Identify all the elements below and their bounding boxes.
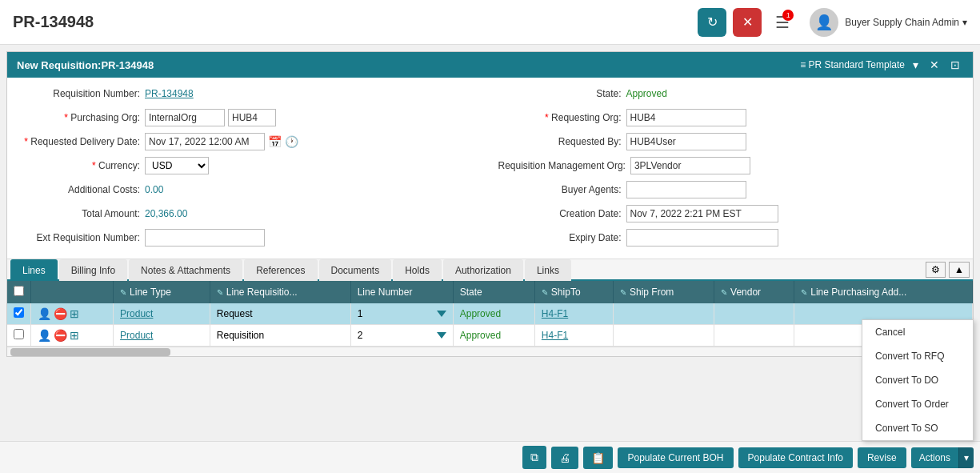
tab-links[interactable]: Links xyxy=(525,259,571,281)
currency-select[interactable]: USD xyxy=(145,157,209,174)
split-icon-0[interactable]: ⊞ xyxy=(70,307,79,320)
edit-icon-ship_from[interactable]: ✎ xyxy=(620,288,626,297)
edit-icon-vendor[interactable]: ✎ xyxy=(721,288,727,297)
buyer-agents-input[interactable] xyxy=(626,181,746,198)
col-header-line_req: ✎Line Requisitio... xyxy=(210,281,350,303)
purchasing-org-label: Purchasing Org: xyxy=(17,112,145,123)
ship-to-link-1[interactable]: H4-F1 xyxy=(542,330,568,341)
panel-expand-button[interactable]: ⊡ xyxy=(947,57,963,73)
row-icons-1: 👤 ⛔ ⊞ xyxy=(31,325,114,347)
col-label-state: State xyxy=(460,287,482,298)
person-icon-0[interactable]: 👤 xyxy=(38,307,51,320)
tabs-bar: LinesBilling InfoNotes & AttachmentsRefe… xyxy=(7,259,973,281)
person-icon-1[interactable]: 👤 xyxy=(38,329,51,342)
ship-to-link-0[interactable]: H4-F1 xyxy=(542,308,568,319)
print-button[interactable]: 🖨 xyxy=(551,447,578,469)
error-icon-0[interactable]: ⛔ xyxy=(54,307,67,320)
line-type-link-0[interactable]: Product xyxy=(120,308,153,319)
checkbox-0[interactable] xyxy=(14,307,24,318)
dropdown-item-convert-so[interactable]: Convert To SO xyxy=(862,416,973,440)
creation-date-input[interactable] xyxy=(626,205,778,222)
col-header-state: State xyxy=(453,281,534,303)
row-checkbox-1 xyxy=(7,325,31,347)
total-amount-value[interactable]: 20,366.00 xyxy=(145,208,187,219)
h-scrollbar-thumb[interactable] xyxy=(10,348,170,356)
col-label-line_type: Line Type xyxy=(130,287,171,298)
line-type-link-1[interactable]: Product xyxy=(120,330,153,341)
tab-documents[interactable]: Documents xyxy=(319,259,392,281)
purchasing-org-extra-input[interactable] xyxy=(228,109,276,126)
error-icon-1[interactable]: ⛔ xyxy=(54,329,67,342)
state-1: Approved xyxy=(453,325,534,347)
line-req-0: Request xyxy=(210,303,350,325)
purchasing-org-input[interactable] xyxy=(145,109,225,126)
delivery-date-row: Requested Delivery Date: 📅 🕐 xyxy=(17,132,482,151)
buyer-agents-row: Buyer Agents: xyxy=(498,180,964,199)
dropdown-item-convert-rfq[interactable]: Convert To RFQ xyxy=(862,344,973,368)
col-header-vendor: ✎Vendor xyxy=(714,281,794,303)
close-button[interactable]: ✕ xyxy=(733,8,762,37)
ext-req-input[interactable] xyxy=(145,229,265,247)
col-label-ship_from: Ship From xyxy=(630,287,674,298)
copy-button[interactable]: ⧉ xyxy=(522,446,546,469)
tab-settings-button[interactable]: ⚙ xyxy=(926,262,946,278)
tab-billing-info[interactable]: Billing Info xyxy=(59,259,127,281)
export-button[interactable]: 📋 xyxy=(583,447,613,469)
req-mgmt-org-row: Requisition Management Org: xyxy=(498,156,964,175)
buyer-agents-label: Buyer Agents: xyxy=(498,184,626,195)
revise-button[interactable]: Revise xyxy=(858,447,906,468)
refresh-button[interactable]: ↻ xyxy=(698,8,726,37)
state-badge-0: Approved xyxy=(460,308,501,319)
tab-references[interactable]: References xyxy=(244,259,317,281)
actions-dropdown-button[interactable]: ▾ xyxy=(958,447,974,468)
state-label: State: xyxy=(498,88,626,99)
template-dropdown-button[interactable]: ▾ xyxy=(910,57,922,73)
table-row[interactable]: 👤 ⛔ ⊞ ProductRequisition2ApprovedH4-F1 xyxy=(7,325,973,347)
requisition-number-row: Requisition Number: PR-134948 xyxy=(17,84,482,103)
select-all-checkbox[interactable] xyxy=(14,286,24,296)
dropdown-item-convert-order[interactable]: Convert To Order xyxy=(862,392,973,416)
tab-collapse-button[interactable]: ▲ xyxy=(949,262,970,278)
clock-icon[interactable]: 🕐 xyxy=(285,135,298,148)
requested-by-label: Requested By: xyxy=(498,136,626,147)
edit-icon-line_type[interactable]: ✎ xyxy=(120,288,126,297)
main-panel: New Requisition:PR-134948 ≡ PR Standard … xyxy=(6,51,974,357)
actions-main-button[interactable]: Actions xyxy=(911,447,958,468)
purchasing-org-inputs xyxy=(145,109,276,126)
requisition-number-value[interactable]: PR-134948 xyxy=(145,88,194,99)
split-icon-1[interactable]: ⊞ xyxy=(70,329,79,342)
delivery-date-input[interactable] xyxy=(145,133,265,150)
requested-by-input[interactable] xyxy=(626,133,746,150)
tab-authorization[interactable]: Authorization xyxy=(443,259,523,281)
line-marker-0 xyxy=(437,311,446,317)
dropdown-item-convert-do[interactable]: Convert To DO xyxy=(862,368,973,392)
col-header-line_type: ✎Line Type xyxy=(114,281,210,303)
lines-table: ✎Line Type✎Line Requisitio...Line Number… xyxy=(7,281,973,347)
tab-holds[interactable]: Holds xyxy=(393,259,442,281)
currency-row: Currency: USD xyxy=(17,156,482,175)
edit-icon-line_req[interactable]: ✎ xyxy=(217,288,223,297)
notification-button[interactable]: ☰ 1 xyxy=(768,8,797,37)
expiry-date-input[interactable] xyxy=(626,229,778,247)
panel-collapse-button[interactable]: ✕ xyxy=(926,57,942,73)
line-type-0: Product xyxy=(114,303,210,325)
populate-boh-button[interactable]: Populate Current BOH xyxy=(618,447,733,468)
req-mgmt-org-input[interactable] xyxy=(630,157,750,174)
tab-notes[interactable]: Notes & Attachments xyxy=(129,259,242,281)
form-left-col: Requisition Number: PR-134948 Purchasing… xyxy=(17,84,482,252)
dropdown-item-cancel[interactable]: Cancel xyxy=(862,320,973,344)
additional-costs-value[interactable]: 0.00 xyxy=(145,184,163,195)
user-menu-button[interactable]: Buyer Supply Chain Admin ▾ xyxy=(845,17,967,28)
checkbox-1[interactable] xyxy=(14,329,24,339)
edit-icon-line_purchasing_add[interactable]: ✎ xyxy=(801,288,807,297)
requesting-org-input[interactable] xyxy=(626,109,746,126)
populate-contract-button[interactable]: Populate Contract Info xyxy=(738,447,853,468)
additional-costs-label: Additional Costs: xyxy=(17,184,145,195)
edit-icon-ship_to[interactable]: ✎ xyxy=(542,288,548,297)
h-scrollbar[interactable] xyxy=(7,347,973,356)
table-row[interactable]: 👤 ⛔ ⊞ ProductRequest1ApprovedH4-F1 xyxy=(7,303,973,325)
tab-lines[interactable]: Lines xyxy=(10,259,58,281)
calendar-icon[interactable]: 📅 xyxy=(268,135,282,148)
ext-req-row: Ext Requisition Number: xyxy=(17,228,482,247)
line-req-val-0: Request xyxy=(217,308,253,319)
